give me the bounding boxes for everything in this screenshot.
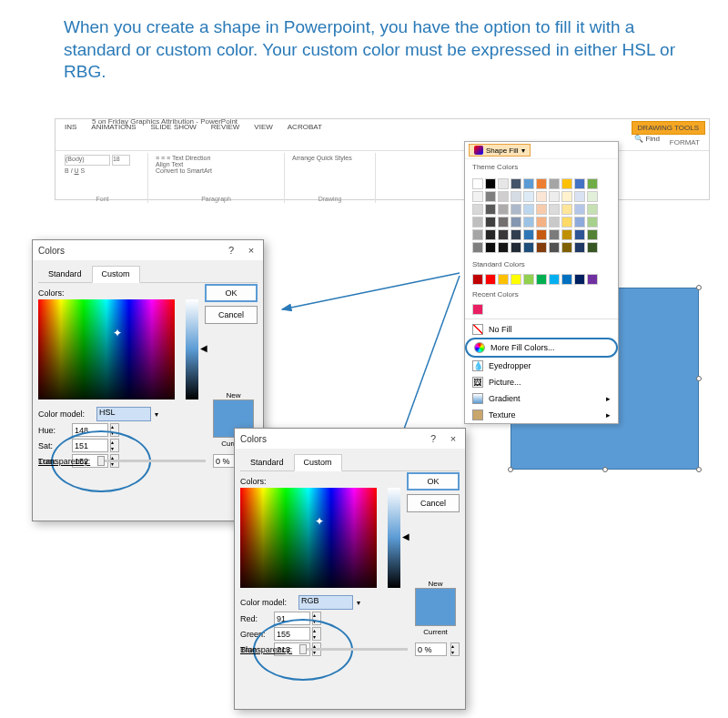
color-swatch[interactable] (485, 204, 496, 215)
more-fill-colors-item[interactable]: More Fill Colors... (465, 338, 618, 358)
standard-color-row[interactable] (465, 272, 618, 287)
color-swatch[interactable] (498, 217, 509, 228)
color-swatch[interactable] (574, 242, 585, 253)
color-model-select[interactable]: RGB (298, 595, 353, 610)
tab-acrobat[interactable]: ACROBAT (282, 121, 328, 135)
color-swatch[interactable] (536, 204, 547, 215)
color-swatch[interactable] (549, 217, 560, 228)
transparency-slider[interactable] (97, 460, 206, 462)
theme-color-grid[interactable] (465, 175, 618, 257)
color-swatch[interactable] (523, 204, 534, 215)
color-swatch[interactable] (523, 229, 534, 240)
color-swatch[interactable] (549, 242, 560, 253)
color-swatch[interactable] (587, 242, 598, 253)
color-swatch[interactable] (561, 217, 572, 228)
color-swatch[interactable] (574, 191, 585, 202)
resize-handle[interactable] (696, 376, 702, 381)
color-swatch[interactable] (587, 274, 598, 285)
hue-input[interactable] (72, 423, 108, 437)
help-button[interactable]: ? (225, 244, 238, 257)
color-swatch[interactable] (511, 229, 521, 240)
tab-standard[interactable]: Standard (240, 454, 294, 470)
color-swatch[interactable] (523, 191, 534, 202)
color-swatch[interactable] (472, 217, 483, 228)
no-fill-item[interactable]: No Fill (465, 321, 618, 338)
color-swatch[interactable] (498, 178, 509, 189)
color-swatch[interactable] (472, 304, 483, 315)
close-button[interactable]: × (447, 432, 460, 445)
color-swatch[interactable] (587, 178, 598, 189)
color-swatch[interactable] (485, 217, 496, 228)
sat-spinner[interactable] (110, 439, 119, 452)
color-swatch[interactable] (485, 229, 496, 240)
gradient-item[interactable]: Gradient ▸ (465, 390, 618, 407)
color-swatch[interactable] (561, 191, 572, 202)
color-swatch[interactable] (523, 178, 534, 189)
color-swatch[interactable] (561, 242, 572, 253)
transparency-spinner[interactable] (450, 642, 460, 656)
color-swatch[interactable] (549, 229, 560, 240)
texture-item[interactable]: Texture ▸ (465, 407, 618, 423)
color-swatch[interactable] (536, 274, 547, 285)
color-swatch[interactable] (536, 217, 547, 228)
color-swatch[interactable] (549, 178, 560, 189)
color-swatch[interactable] (549, 204, 560, 215)
color-swatch[interactable] (485, 242, 496, 253)
hue-spinner[interactable] (110, 423, 119, 437)
red-input[interactable] (274, 612, 310, 625)
color-swatch[interactable] (523, 274, 534, 285)
sat-input[interactable] (72, 439, 108, 452)
color-swatch[interactable] (561, 229, 572, 240)
color-swatch[interactable] (561, 204, 572, 215)
color-swatch[interactable] (574, 178, 585, 189)
resize-handle[interactable] (602, 467, 608, 472)
shape-fill-button[interactable]: Shape Fill ▾ (469, 144, 531, 157)
color-swatch[interactable] (536, 191, 547, 202)
find-button[interactable]: 🔍 Find (634, 135, 660, 143)
color-swatch[interactable] (498, 191, 509, 202)
tab-ins[interactable]: INS (59, 121, 82, 135)
color-swatch[interactable] (498, 274, 509, 285)
resize-handle[interactable] (696, 285, 702, 290)
tab-custom[interactable]: Custom (92, 266, 140, 283)
color-swatch[interactable] (472, 191, 483, 202)
color-swatch[interactable] (536, 178, 547, 189)
color-swatch[interactable] (511, 242, 521, 253)
tab-custom[interactable]: Custom (294, 454, 342, 471)
recent-color-row[interactable] (465, 302, 618, 317)
eyedropper-item[interactable]: 💧Eyedropper (465, 358, 618, 374)
close-button[interactable]: × (245, 244, 258, 257)
color-swatch[interactable] (536, 229, 547, 240)
color-swatch[interactable] (574, 229, 585, 240)
color-swatch[interactable] (472, 242, 483, 253)
color-model-select[interactable]: HSL (96, 407, 151, 421)
color-swatch[interactable] (561, 274, 572, 285)
color-swatch[interactable] (549, 274, 560, 285)
green-input[interactable] (274, 627, 310, 641)
color-swatch[interactable] (485, 178, 496, 189)
color-swatch[interactable] (574, 217, 585, 228)
color-swatch[interactable] (472, 204, 483, 215)
luminance-slider[interactable] (186, 299, 198, 399)
red-spinner[interactable] (312, 612, 321, 625)
transparency-input[interactable] (415, 642, 447, 656)
font-size-select[interactable]: 18 (112, 155, 130, 166)
color-gradient-picker[interactable]: ✦ (240, 488, 377, 588)
font-name-select[interactable]: (Body) (65, 155, 110, 166)
color-swatch[interactable] (498, 229, 509, 240)
color-swatch[interactable] (523, 242, 534, 253)
color-swatch[interactable] (511, 191, 521, 202)
color-swatch[interactable] (498, 242, 509, 253)
color-gradient-picker[interactable]: ✦ (38, 299, 175, 399)
color-swatch[interactable] (485, 274, 496, 285)
resize-handle[interactable] (696, 467, 702, 472)
color-swatch[interactable] (472, 229, 483, 240)
color-swatch[interactable] (587, 191, 598, 202)
picture-item[interactable]: 🖼Picture... (465, 374, 618, 390)
color-swatch[interactable] (549, 191, 560, 202)
color-swatch[interactable] (561, 178, 572, 189)
color-swatch[interactable] (511, 204, 521, 215)
color-swatch[interactable] (511, 274, 521, 285)
color-swatch[interactable] (587, 217, 598, 228)
tab-standard[interactable]: Standard (38, 266, 92, 282)
